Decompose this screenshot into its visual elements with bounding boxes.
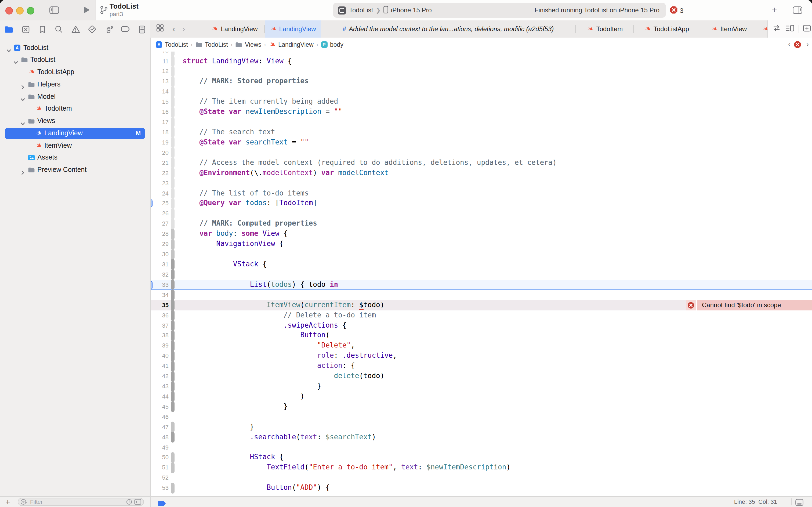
scheme-name[interactable]: TodoList [349,6,373,14]
code-line-40[interactable]: 40 role: .destructive, [151,351,812,361]
add-editor-icon[interactable] [803,24,811,34]
close-window-button[interactable] [5,7,13,14]
code-line-28[interactable]: 28 var body: some View { [151,229,812,239]
disclosure-right-icon[interactable] [20,82,25,87]
code-line-46[interactable]: 46 [151,412,812,422]
related-items-icon[interactable] [156,24,164,34]
code-line-49[interactable]: 49 [151,442,812,452]
code-line-10[interactable]: 10 [151,52,812,56]
code-line-24[interactable]: 24 // The list of to-do items [151,188,812,199]
run-button[interactable] [83,6,90,16]
editor-tab-itemview[interactable]: ItemView [699,20,758,38]
code-line-18[interactable]: 18 // The search text [151,127,812,137]
breadcrumb-item-body[interactable]: Pbody [321,41,343,48]
code-line-13[interactable]: 13 // MARK: Stored properties [151,76,812,87]
adjust-editor-icon[interactable] [795,498,803,507]
code-line-25[interactable]: 25 @Query var todos: [TodoItem] [151,199,812,209]
inline-error-annotation[interactable]: Cannot find '$todo' in scope [696,300,812,310]
recent-filter-icon[interactable] [126,499,132,505]
sidebar-item-itemview[interactable]: ItemView [0,139,151,152]
sidebar-item-model[interactable]: Model [0,91,151,103]
minimize-window-button[interactable] [16,7,23,14]
breadcrumb-item-todolist[interactable]: ATodoList [156,41,188,48]
navigator-tab-debug[interactable] [104,25,113,34]
code-line-39[interactable]: 39 "Delete", [151,341,812,351]
toggle-inspector-icon[interactable] [793,6,802,16]
code-line-36[interactable]: 36 // Delete a to-do item [151,310,812,320]
editor-tab-landingview[interactable]: LandingView [265,20,321,38]
code-line-22[interactable]: 22 @Environment(\.modelContext) var mode… [151,168,812,178]
sidebar-item-todolist[interactable]: ATodoList [0,42,151,54]
toggle-navigator-icon[interactable] [49,6,59,16]
code-line-37[interactable]: 37 .swipeActions { [151,320,812,331]
breadcrumb-item-views[interactable]: Views [235,41,261,48]
swap-editor-icon[interactable] [772,24,781,34]
code-line-15[interactable]: 15 // The item currently being added [151,97,812,107]
sidebar-item-todolistapp[interactable]: TodoListApp [0,66,151,78]
breakpoints-toggle[interactable] [157,499,167,507]
code-line-48[interactable]: 48 .searchable(text: $searchText) [151,432,812,442]
code-line-53[interactable]: 53 Button("ADD") { [151,483,812,493]
code-line-32[interactable]: 32 [151,270,812,280]
code-line-41[interactable]: 41 action: { [151,361,812,371]
code-line-35[interactable]: 35 ItemView(currentItem: $todo)Cannot fi… [151,300,812,310]
editor-tab-clipped[interactable] [758,20,768,38]
error-count-badge[interactable]: 3 [670,6,683,15]
code-line-44[interactable]: 44 ) [151,392,812,402]
source-editor[interactable]: 1011struct LandingView: View {1213 // MA… [151,52,812,497]
sidebar-item-todolist[interactable]: TodoList [0,54,151,66]
breadcrumb-item-todolist[interactable]: TodoList [195,41,228,48]
sidebar-item-assets[interactable]: Assets [0,152,151,164]
code-line-47[interactable]: 47 } [151,422,812,432]
code-line-11[interactable]: 11struct LandingView: View { [151,56,812,66]
code-line-26[interactable]: 26 [151,209,812,219]
navigator-tab-source-control[interactable] [21,25,30,34]
code-line-21[interactable]: 21 // Access the model context (required… [151,158,812,168]
editor-options-icon[interactable] [786,24,794,34]
editor-tab-landingview[interactable]: LandingView [204,20,265,38]
run-destination[interactable]: iPhone 15 Pro [391,6,432,14]
disclosure-down-icon[interactable] [6,45,11,50]
editor-tab-added-the-model-context-to-the[interactable]: #Added the model context to the lan...at… [321,20,576,38]
code-line-30[interactable]: 30 [151,249,812,260]
sidebar-item-todoitem[interactable]: TodoItem [0,103,151,115]
breadcrumb-item-landingview[interactable]: LandingView [269,41,313,48]
code-line-27[interactable]: 27 // MARK: Computed properties [151,219,812,229]
navigator-tab-bookmarks[interactable] [38,25,47,34]
inline-error-badge[interactable] [686,300,696,310]
filter-field[interactable] [18,498,144,506]
add-tab-button[interactable]: + [772,5,777,15]
code-line-38[interactable]: 38 Button( [151,331,812,341]
code-line-51[interactable]: 51 TextField("Enter a to-do item", text:… [151,463,812,473]
code-line-20[interactable]: 20 [151,148,812,158]
code-line-16[interactable]: 16 @State var newItemDescription = "" [151,107,812,117]
disclosure-down-icon[interactable] [20,94,25,99]
navigator-tab-find[interactable] [54,25,63,34]
sidebar-item-preview-content[interactable]: Preview Content [0,164,151,176]
code-line-17[interactable]: 17 [151,117,812,127]
sidebar-item-views[interactable]: Views [0,115,151,127]
disclosure-right-icon[interactable] [20,168,25,172]
editor-tab-todolistapp[interactable]: TodoListApp [634,20,699,38]
code-line-14[interactable]: 14 [151,87,812,97]
zoom-window-button[interactable] [27,7,35,14]
code-line-33[interactable]: 33 List(todos) { todo in [151,280,812,290]
code-line-34[interactable]: 34 [151,290,812,300]
code-line-42[interactable]: 42 delete(todo) [151,371,812,381]
code-line-31[interactable]: 31 VStack { [151,260,812,270]
sidebar-item-helpers[interactable]: Helpers [0,78,151,91]
scheme-status-pill[interactable]: TodoList ❯ iPhone 15 Pro Finished runnin… [333,3,666,18]
navigator-tab-issues[interactable] [71,25,80,34]
next-issue-button[interactable]: › [806,41,809,48]
navigator-tab-reports[interactable] [137,25,147,34]
add-file-button[interactable]: + [5,497,10,507]
issue-icon[interactable] [794,41,801,51]
navigator-tab-tests[interactable] [88,25,97,34]
scm-filter-icon[interactable] [134,499,141,505]
previous-issue-button[interactable]: ‹ [788,41,791,48]
code-line-19[interactable]: 19 @State var searchText = "" [151,137,812,148]
go-forward-button[interactable]: › [182,25,185,33]
navigator-tab-breakpoints[interactable] [121,25,130,34]
sidebar-item-landingview[interactable]: LandingViewM [0,127,151,139]
code-line-45[interactable]: 45 } [151,402,812,412]
